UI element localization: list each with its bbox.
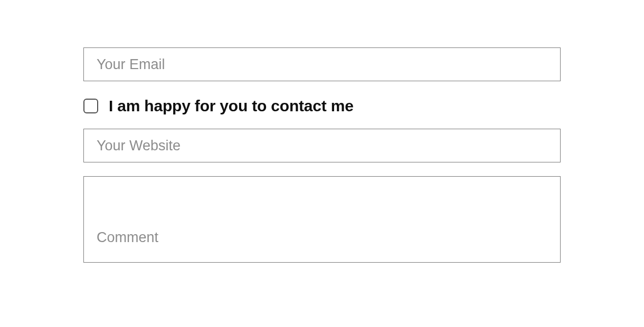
consent-checkbox[interactable] bbox=[83, 99, 98, 113]
website-field[interactable] bbox=[83, 129, 561, 162]
comment-field[interactable] bbox=[83, 176, 561, 263]
consent-label: I am happy for you to contact me bbox=[109, 97, 354, 115]
consent-row: I am happy for you to contact me bbox=[83, 97, 561, 115]
email-field[interactable] bbox=[83, 47, 561, 81]
contact-form: I am happy for you to contact me bbox=[83, 47, 561, 263]
